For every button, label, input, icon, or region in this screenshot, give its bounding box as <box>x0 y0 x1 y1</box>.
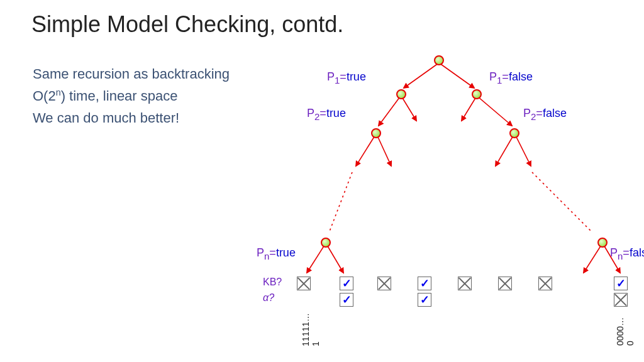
node-p2-false <box>509 128 519 138</box>
label-p2-false: P2=false <box>523 107 567 122</box>
node-pn-false <box>597 238 608 248</box>
svg-line-2 <box>379 97 400 126</box>
label-p1-true: P1=true <box>327 70 366 85</box>
bullet-1: Same recursion as backtracking <box>33 63 230 85</box>
kb-result-5 <box>498 277 512 290</box>
svg-line-9 <box>516 136 531 166</box>
label-pn-false: Pn=false <box>610 246 644 261</box>
bullet-list: Same recursion as backtracking O(2n) tim… <box>33 63 230 129</box>
kb-result-0 <box>297 277 311 290</box>
label-alpha: α? <box>263 292 274 304</box>
bullet-2: O(2n) time, linear space <box>33 85 230 107</box>
svg-line-0 <box>404 63 439 88</box>
alpha-result-1: ✓ <box>340 293 353 307</box>
svg-line-8 <box>496 136 513 166</box>
bits-all-zeros: 0000…0 <box>615 313 635 346</box>
bullet-3: We can do much better! <box>33 107 230 129</box>
kb-result-6 <box>538 277 552 290</box>
svg-line-15 <box>532 172 591 231</box>
kb-result-7: ✓ <box>614 277 628 290</box>
node-root <box>434 55 444 65</box>
alpha-result-3: ✓ <box>418 293 431 307</box>
node-p1-false <box>472 89 482 99</box>
svg-line-14 <box>330 172 352 231</box>
node-p1-true <box>396 89 406 99</box>
svg-line-10 <box>307 245 325 273</box>
node-pn-true <box>321 238 331 248</box>
tree-edges <box>252 44 641 346</box>
label-p1-false: P1=false <box>489 70 533 85</box>
node-p2-true <box>371 128 381 138</box>
kb-result-3: ✓ <box>418 277 431 290</box>
svg-line-12 <box>584 245 601 273</box>
alpha-result-7 <box>614 293 628 307</box>
kb-result-2 <box>377 277 391 290</box>
svg-line-4 <box>462 98 475 121</box>
svg-line-3 <box>402 98 416 121</box>
kb-result-4 <box>458 277 472 290</box>
svg-line-6 <box>356 136 375 166</box>
label-p2-true: P2=true <box>307 107 346 122</box>
bits-all-ones: 11111…1 <box>301 313 321 346</box>
label-kb: KB? <box>263 277 282 288</box>
svg-line-7 <box>377 136 391 166</box>
slide: Simple Model Checking, contd. Same recur… <box>0 0 644 362</box>
svg-line-5 <box>478 97 512 126</box>
svg-line-1 <box>439 63 474 88</box>
decision-tree: P1=true P1=false P2=true P2=false Pn=tru… <box>252 44 641 346</box>
kb-result-1: ✓ <box>340 277 353 290</box>
slide-title: Simple Model Checking, contd. <box>31 11 343 38</box>
svg-line-11 <box>327 245 343 273</box>
label-pn-true: Pn=true <box>257 246 296 261</box>
